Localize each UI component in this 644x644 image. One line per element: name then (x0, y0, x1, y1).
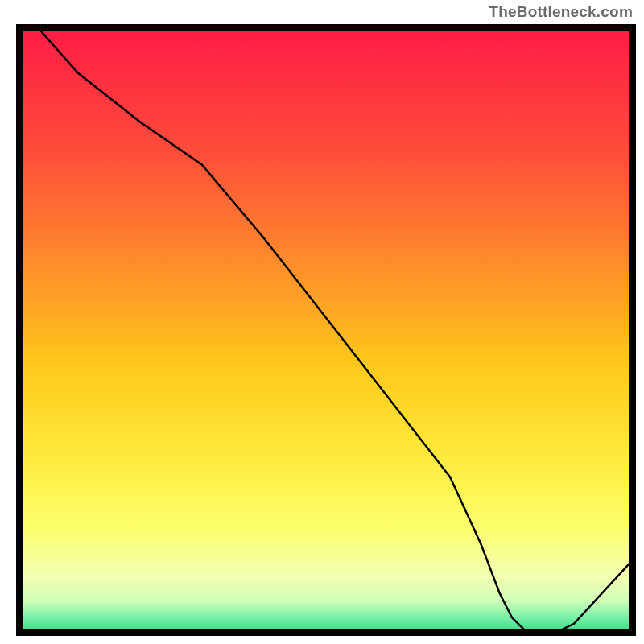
chart-container: TheBottleneck.com (0, 0, 644, 644)
plot-background (16, 24, 636, 636)
bottleneck-chart (0, 0, 644, 644)
watermark-text: TheBottleneck.com (489, 3, 633, 21)
